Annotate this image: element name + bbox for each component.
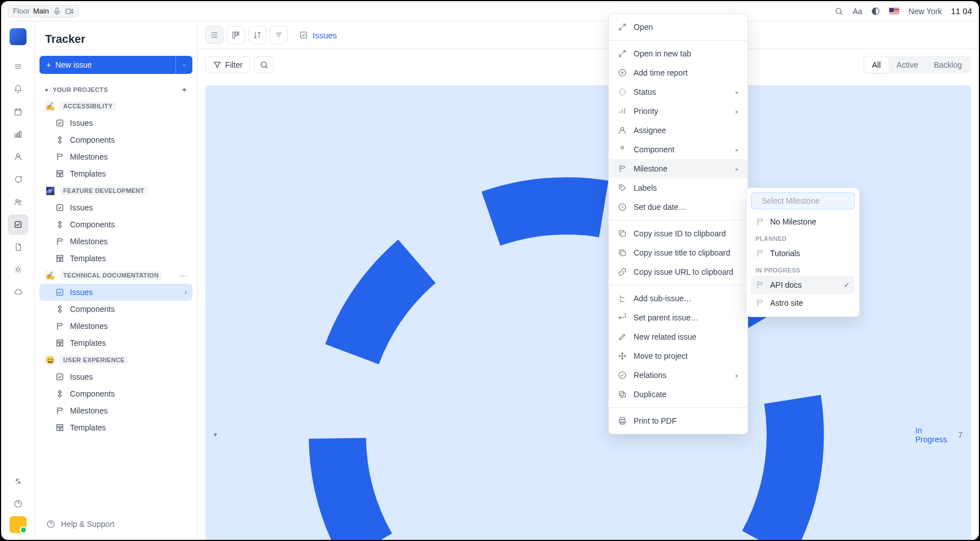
menu-add-time[interactable]: Add time report <box>609 63 748 82</box>
menu-copy-url[interactable]: Copy issue URL to clipboard <box>609 262 748 282</box>
project-header-tech-docs[interactable]: ✍️ TECHNICAL DOCUMENTATION ⋯ <box>39 267 192 284</box>
menu-due-date[interactable]: Set due date… <box>609 197 748 217</box>
rail-tracker[interactable] <box>8 214 28 235</box>
chevron-right-icon: ▸ <box>736 89 739 95</box>
room-badge[interactable]: Floor Main <box>8 5 79 17</box>
svg-rect-20 <box>57 205 63 211</box>
nav-milestones[interactable]: Milestones <box>39 148 192 165</box>
project-header-accessibility[interactable]: ✍️ ACCESSIBILITY <box>39 98 192 115</box>
tab-label: Issues <box>313 30 337 40</box>
nav-templates[interactable]: Templates <box>39 335 192 351</box>
svg-rect-6 <box>17 133 19 137</box>
rail-hr[interactable] <box>8 192 28 212</box>
view-list-button[interactable] <box>205 26 223 44</box>
new-issue-button[interactable]: + New issue <box>39 56 192 74</box>
theme-toggle-icon[interactable] <box>871 7 880 16</box>
rail-analytics[interactable] <box>8 124 28 144</box>
your-projects-header[interactable]: ▾ YOUR PROJECTS + <box>39 82 192 98</box>
project-more-icon[interactable]: ⋯ <box>179 271 187 280</box>
nav-milestones[interactable]: Milestones <box>39 233 192 250</box>
rail-calendar[interactable] <box>8 102 28 122</box>
milestone-option-api-docs[interactable]: API docs ✓ <box>751 276 855 294</box>
tab-backlog[interactable]: Backlog <box>926 57 970 73</box>
add-project-button[interactable]: + <box>182 85 187 94</box>
rail-chat[interactable] <box>8 169 28 190</box>
menu-duplicate[interactable]: Duplicate <box>609 385 748 404</box>
rail-people[interactable] <box>8 147 28 167</box>
tab-all[interactable]: All <box>864 57 889 73</box>
svg-rect-29 <box>57 425 63 426</box>
milestone-option-tutorials[interactable]: Tutorials <box>751 244 855 262</box>
nav-label: Components <box>70 135 115 144</box>
menu-component[interactable]: Component▸ <box>609 140 748 159</box>
new-issue-dropdown[interactable] <box>175 56 192 74</box>
view-board-button[interactable] <box>227 26 245 44</box>
menu-copy-title[interactable]: Copy issue title to clipboard <box>609 243 748 262</box>
rail-brightness[interactable] <box>8 259 28 280</box>
milestone-search[interactable] <box>751 192 855 209</box>
nav-templates[interactable]: Templates <box>39 419 192 436</box>
milestone-search-input[interactable] <box>762 196 860 205</box>
rail-documents[interactable] <box>8 237 28 257</box>
nav-milestones[interactable]: Milestones <box>39 318 192 335</box>
rail-help[interactable] <box>8 494 28 514</box>
menu-copy-id[interactable]: Copy issue ID to clipboard <box>609 224 748 243</box>
nav-milestones[interactable]: Milestones <box>39 402 192 419</box>
nav-issues[interactable]: Issues <box>39 199 192 216</box>
nav-issues[interactable]: Issues <box>39 115 192 131</box>
project-header-feature-dev[interactable]: 🌌 FEATURE DEVELOPMENT <box>39 182 192 199</box>
rail-settings[interactable] <box>8 471 28 491</box>
menu-assignee[interactable]: Assignee <box>609 121 748 140</box>
user-avatar[interactable] <box>10 516 27 533</box>
view-sort-button[interactable] <box>248 26 266 44</box>
milestone-icon <box>755 217 764 226</box>
menu-set-parent[interactable]: Set parent issue… <box>609 308 748 327</box>
project-header-ux[interactable]: 😄 USER EXPERIENCE <box>39 351 192 368</box>
nav-issues-active[interactable]: Issues› <box>39 284 192 301</box>
view-settings-button[interactable] <box>270 26 288 44</box>
rail-menu[interactable] <box>8 56 28 77</box>
nav-components[interactable]: Components <box>39 216 192 233</box>
filter-button[interactable]: Filter <box>205 56 250 73</box>
svg-rect-73 <box>621 393 625 397</box>
milestone-option-none[interactable]: No Milestone <box>751 213 855 231</box>
menu-priority[interactable]: Priority▸ <box>609 102 748 121</box>
nav-components[interactable]: Components <box>39 301 192 318</box>
menu-print[interactable]: Print to PDF <box>609 411 748 430</box>
nav-components[interactable]: Components <box>39 131 192 148</box>
nav-components[interactable]: Components <box>39 385 192 402</box>
menu-open-new-tab[interactable]: Open in new tab <box>609 44 748 63</box>
menu-move[interactable]: Move to project <box>609 346 748 366</box>
help-link[interactable]: Help & Support <box>39 515 192 533</box>
rail-notifications[interactable] <box>8 79 28 99</box>
flag-icon[interactable] <box>889 8 899 15</box>
app-logo[interactable] <box>10 28 27 45</box>
tab-active[interactable]: Active <box>889 57 926 73</box>
menu-relations[interactable]: Relations▸ <box>609 366 748 385</box>
search-icon[interactable] <box>834 7 843 16</box>
nav-templates[interactable]: Templates <box>39 165 192 182</box>
edit-icon <box>299 30 308 39</box>
caret-icon: ▾ <box>214 431 217 438</box>
plus-icon: + <box>46 60 51 69</box>
menu-status[interactable]: Status▸ <box>609 82 748 102</box>
templates-icon <box>55 169 64 178</box>
menu-add-sub[interactable]: Add sub-issue… <box>609 289 748 308</box>
help-icon <box>46 520 55 529</box>
menu-labels[interactable]: Labels <box>609 178 748 197</box>
nav-templates[interactable]: Templates <box>39 250 192 267</box>
issues-icon <box>55 288 64 297</box>
plus-circle-icon <box>618 68 627 77</box>
menu-new-related[interactable]: New related issue <box>609 327 748 346</box>
menu-open[interactable]: Open <box>609 17 748 37</box>
search-button[interactable] <box>254 56 274 73</box>
app-title: Tracker <box>39 28 192 56</box>
milestone-option-astro-site[interactable]: Astro site <box>751 294 855 312</box>
font-size-toggle[interactable]: Aa <box>852 7 862 16</box>
milestone-icon <box>755 249 764 258</box>
svg-rect-19 <box>60 174 63 177</box>
rail-cloud[interactable] <box>8 282 28 302</box>
nav-issues[interactable]: Issues <box>39 368 192 385</box>
menu-milestone[interactable]: Milestone▸ <box>609 159 748 178</box>
breadcrumb-tab[interactable]: Issues <box>292 27 344 43</box>
